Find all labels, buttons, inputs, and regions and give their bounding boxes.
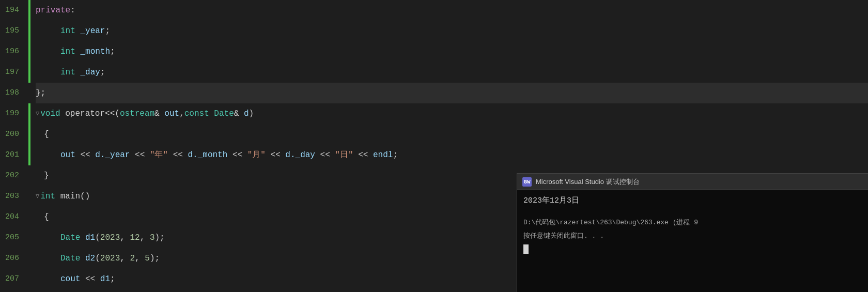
token-openbrace-200: { (44, 124, 49, 145)
code-line-199: ▽ void operator << ( ostream & out , con… (36, 103, 868, 124)
token-endl: endl (373, 145, 393, 165)
token-int-203: int (40, 186, 55, 207)
sp-206a (80, 248, 85, 269)
token-space-196 (75, 41, 81, 62)
line-numbers: 194 195 196 197 198 199 200 201 202 203 … (0, 0, 28, 292)
sp10 (281, 145, 286, 165)
terminal-titlebar: GW Microsoft Visual Studio 调试控制台 (517, 174, 868, 190)
token-year: _year (80, 21, 105, 41)
token-str-day: "日" (335, 145, 353, 165)
token-12-205: 12 (130, 227, 140, 248)
line-num-205: 205 (0, 227, 24, 248)
gutter-207 (28, 269, 32, 289)
token-str-year: "年" (150, 145, 168, 165)
token-month: _month (80, 41, 110, 62)
token-comma-199: , (179, 103, 184, 124)
line-num-199: 199 (0, 103, 24, 124)
code-line-197: int _day ; (36, 62, 868, 83)
sp3 (130, 145, 135, 165)
token-space-199c (209, 103, 214, 124)
terminal-cursor-line (523, 243, 862, 256)
sp-205a (80, 227, 85, 248)
gutter-202 (28, 165, 32, 186)
line-num-201: 201 (0, 145, 24, 165)
sp5 (168, 145, 173, 165)
token-const-199: const (184, 103, 209, 124)
token-openbrace-204: { (44, 207, 49, 227)
token-5-206: 5 (145, 248, 150, 269)
token-parens-203: () (80, 186, 90, 207)
sp-207 (80, 269, 85, 289)
token-semi-205: ; (160, 227, 165, 248)
code-line-198: } ; (36, 83, 868, 103)
terminal-output-3: 按任意键关闭此窗口. . . (523, 229, 862, 243)
token-ltlt-201c: << (173, 145, 183, 165)
token-ltlt-201b: << (135, 145, 145, 165)
editor-container: 194 195 196 197 198 199 200 201 202 203 … (0, 0, 868, 292)
token-ltlt-201g: << (358, 145, 368, 165)
terminal-icon-label: GW (523, 179, 530, 185)
token-int-195: int (60, 21, 75, 41)
token-semi-198: ; (41, 83, 46, 103)
gutter-203 (28, 186, 32, 207)
token-day: _day (80, 62, 100, 83)
code-line-200: { (36, 124, 868, 145)
terminal-overlay[interactable]: GW Microsoft Visual Studio 调试控制台 2023年12… (517, 173, 868, 292)
token-cout-207: cout (60, 269, 80, 289)
token-rparen-206: ) (150, 248, 155, 269)
sp7 (227, 145, 233, 165)
line-num-202: 202 (0, 165, 24, 186)
token-operator-kw: operator (65, 103, 105, 124)
sp2 (90, 145, 96, 165)
token-colon-194: : (70, 0, 75, 21)
token-d-month: d._month (188, 145, 228, 165)
token-lparen-206: ( (95, 248, 100, 269)
token-space-197 (75, 62, 81, 83)
gutter-206 (28, 248, 32, 269)
token-ltlt-201f: << (320, 145, 330, 165)
line-num-194: 194 (0, 0, 24, 21)
terminal-output-1: 2023年12月3日 (523, 194, 862, 208)
gutter-201 (28, 145, 30, 165)
token-private: private (36, 0, 70, 21)
token-semi-201: ; (393, 145, 398, 165)
token-semi-206: ; (155, 248, 160, 269)
sp4 (145, 145, 150, 165)
token-space-195 (75, 21, 81, 41)
sp-205c (145, 227, 150, 248)
token-space-199a (60, 103, 66, 124)
line-num-204: 204 (0, 207, 24, 227)
token-closebrace-202: } (44, 165, 49, 186)
line-num-195: 195 (0, 21, 24, 41)
gutter (28, 0, 32, 292)
sp11 (315, 145, 320, 165)
code-line-195: int _year ; (36, 21, 868, 41)
token-str-month: "月" (247, 145, 266, 165)
token-int-196: int (60, 41, 75, 62)
sp-205b (125, 227, 130, 248)
line-num-206: 206 (0, 248, 24, 269)
gutter-205 (28, 227, 32, 248)
sp6 (183, 145, 188, 165)
token-semi-195: ; (105, 21, 110, 41)
token-d1-207: d1 (100, 269, 110, 289)
token-lparen-205: ( (95, 227, 100, 248)
sp-206c (140, 248, 145, 269)
token-closebrace-198: } (36, 83, 41, 103)
sp13 (353, 145, 359, 165)
token-2023-205: 2023 (100, 227, 120, 248)
token-semi-197: ; (100, 62, 105, 83)
line-num-197: 197 (0, 62, 24, 83)
token-ltlt-201d: << (233, 145, 242, 165)
token-d-param: d (244, 103, 249, 124)
token-ltlt-201a: << (80, 145, 90, 165)
gutter-199 (28, 103, 30, 124)
expand-icon-203: ▽ (36, 186, 39, 207)
token-int-197: int (60, 62, 75, 83)
line-num-203: 203 (0, 186, 24, 207)
token-ltlt-207: << (85, 269, 95, 289)
token-rparen-205: ) (154, 227, 160, 248)
gutter-204 (28, 207, 32, 227)
line-num-198: 198 (0, 83, 24, 103)
code-line-194: private: (36, 0, 868, 21)
